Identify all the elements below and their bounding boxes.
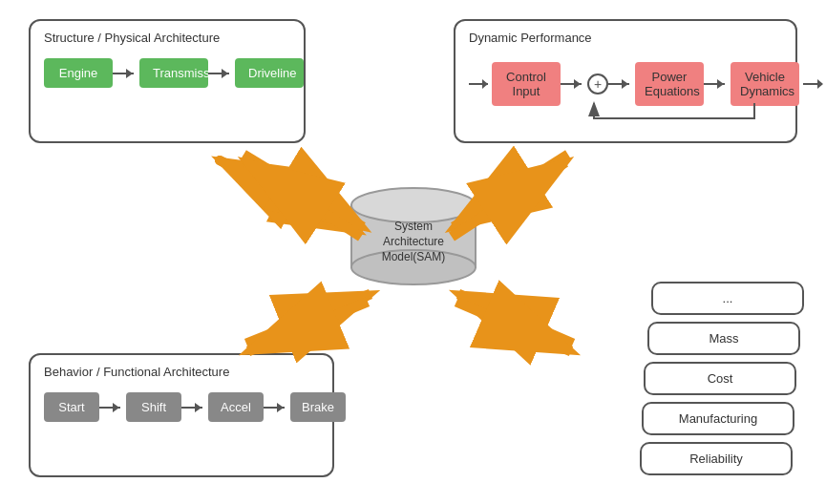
arrow-start-shift bbox=[99, 401, 126, 414]
sam-db-container: System Architecture Model(SAM) bbox=[347, 177, 480, 294]
diagram-container: Structure / Physical Architecture Engine… bbox=[0, 0, 826, 504]
behavior-flow: Start Shift Accel Brake bbox=[44, 392, 319, 422]
structure-flow: Engine Transmission Driveline bbox=[44, 58, 290, 88]
svg-point-2 bbox=[351, 188, 476, 222]
card-cost: Cost bbox=[644, 362, 796, 395]
arrow-exit bbox=[803, 83, 822, 85]
structure-title: Structure / Physical Architecture bbox=[44, 31, 290, 45]
orange-arrow-tl-center bbox=[220, 160, 358, 231]
transmission-box: Transmission bbox=[139, 58, 208, 88]
arrow-ci-sj bbox=[561, 77, 587, 91]
arrow-sj-pe bbox=[608, 77, 635, 91]
arrow-shift-accel bbox=[181, 401, 208, 414]
card-dots: ... bbox=[651, 282, 804, 315]
arrow-entry bbox=[469, 83, 488, 85]
svg-text:Model(SAM): Model(SAM) bbox=[381, 250, 445, 263]
dynamic-box: Dynamic Performance ControlInput + Power… bbox=[454, 19, 797, 143]
behavior-box: Behavior / Functional Architecture Start… bbox=[29, 353, 334, 477]
dynamic-flow: ControlInput + PowerEquations VehicleDyn… bbox=[469, 62, 782, 106]
arrow-transmission-driveline bbox=[208, 67, 235, 80]
arrow-pe-vd bbox=[704, 77, 731, 91]
svg-text:Architecture: Architecture bbox=[382, 235, 443, 248]
start-box: Start bbox=[44, 392, 99, 422]
arrow-engine-transmission bbox=[113, 67, 139, 80]
card-mass: Mass bbox=[647, 322, 800, 355]
arrow-sam-to-cards bbox=[456, 302, 571, 351]
vehicle-dynamics-box: VehicleDynamics bbox=[731, 62, 799, 106]
arrow-sam-to-behavior bbox=[248, 302, 368, 351]
arrow-behavior-to-sam bbox=[246, 294, 371, 344]
behavior-title: Behavior / Functional Architecture bbox=[44, 365, 319, 379]
cards-stack: ... Mass Cost Manufacturing Reliability bbox=[640, 267, 797, 477]
brake-box: Brake bbox=[290, 392, 346, 422]
dynamic-title: Dynamic Performance bbox=[469, 31, 782, 45]
sum-junction: + bbox=[587, 74, 608, 94]
engine-box: Engine bbox=[44, 58, 113, 88]
arrow-structure-to-sam bbox=[244, 155, 363, 227]
card-reliability: Reliability bbox=[640, 442, 793, 475]
orange-arrow-center-tl bbox=[220, 160, 358, 231]
arrow-cards-to-sam bbox=[458, 294, 573, 344]
sam-db-svg: System Architecture Model(SAM) bbox=[347, 177, 480, 291]
card-manufacturing: Manufacturing bbox=[642, 402, 794, 435]
arrow-accel-brake bbox=[264, 401, 290, 414]
structure-box: Structure / Physical Architecture Engine… bbox=[29, 19, 306, 143]
control-input-box: ControlInput bbox=[492, 62, 561, 106]
power-equations-box: PowerEquations bbox=[635, 62, 704, 106]
accel-box: Accel bbox=[208, 392, 264, 422]
shift-box: Shift bbox=[126, 392, 181, 422]
arrow-sam-to-structure bbox=[246, 162, 361, 237]
svg-text:System: System bbox=[393, 220, 432, 233]
driveline-box: Driveline bbox=[235, 58, 304, 88]
